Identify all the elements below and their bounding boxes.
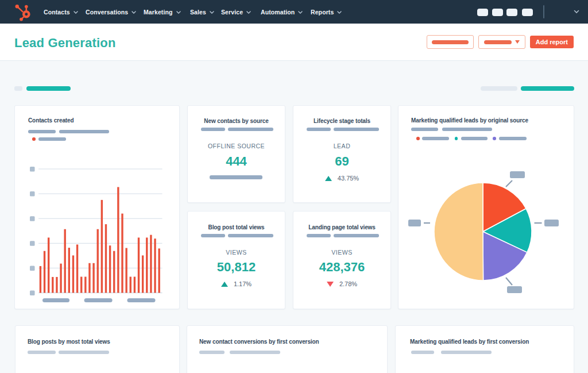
nav-item-marketing[interactable]: Marketing — [144, 0, 181, 24]
toolbar-placeholder-active — [521, 86, 574, 91]
nav-item-sales[interactable]: Sales — [190, 0, 214, 24]
toolbar-placeholder — [481, 86, 517, 91]
card-title: New contact conversions by first convers… — [199, 339, 319, 345]
subtitle-placeholder-bar — [201, 128, 225, 131]
top-navbar: Contacts Conversations Marketing Sales S… — [0, 0, 588, 24]
page-title: Lead Generation — [14, 37, 116, 49]
delta-value: 1.17% — [234, 280, 252, 287]
card-title: Lifecycle stage totals — [293, 118, 390, 124]
up-triangle-icon — [325, 176, 332, 181]
nav-item-automation[interactable]: Automation — [261, 0, 303, 24]
card-title: Blog post total views — [188, 224, 285, 230]
subtitle-placeholder-bar — [28, 351, 56, 354]
card-mql-by-original-source: Marketing qualified leads by original so… — [398, 105, 574, 309]
card-new-contacts-by-source: New contacts by source OFFLINE SOURCE 44… — [187, 105, 285, 203]
metric-value: 444 — [188, 155, 285, 168]
subtitle-placeholder-bar — [307, 128, 331, 131]
delta-value: 43.75% — [338, 175, 359, 182]
account-chevron-down-icon[interactable] — [574, 10, 579, 14]
chevron-down-icon — [74, 11, 78, 14]
subtitle-placeholder-bar — [59, 351, 109, 354]
chevron-down-icon — [246, 11, 251, 14]
chevron-down-icon — [298, 11, 303, 14]
breadcrumb-placeholder — [14, 86, 22, 91]
subtitle-placeholder-bar — [334, 234, 379, 237]
card-lifecycle-stage-totals: Lifecycle stage totals LEAD 69 43.75% — [293, 105, 391, 203]
metric-label: LEAD — [293, 143, 390, 149]
filter-placeholder-bar — [432, 40, 469, 44]
dropdown-caret-icon — [515, 40, 520, 44]
chevron-down-icon — [337, 11, 342, 14]
metric-label: VIEWS — [188, 249, 285, 256]
contacts-created-bar-chart — [15, 106, 180, 310]
nav-item-label: Reports — [311, 9, 334, 16]
nav-divider — [543, 5, 544, 18]
dashboard-filter-placeholder[interactable] — [427, 35, 474, 49]
subtitle-placeholder-bar — [411, 351, 434, 354]
nav-item-label: Service — [221, 9, 243, 16]
header-controls: Add report — [427, 35, 574, 49]
card-title: Blog posts by most total views — [28, 339, 110, 345]
chevron-down-icon — [131, 11, 136, 14]
subtitle-placeholder-bar — [228, 234, 273, 237]
delta-value: 2.78% — [339, 280, 357, 287]
breadcrumb-placeholder-active — [26, 86, 71, 91]
metric-value: 50,812 — [188, 261, 285, 274]
nav-item-label: Contacts — [44, 9, 70, 16]
metric-value: 69 — [293, 155, 390, 168]
card-title: Landing page total views — [293, 224, 390, 230]
mql-pie-chart — [399, 106, 575, 310]
dashboard-dropdown-placeholder[interactable] — [478, 35, 525, 49]
subtitle-placeholder-bar — [199, 351, 225, 354]
dropdown-placeholder-bar — [484, 40, 512, 44]
subtitle-placeholder-bar — [441, 351, 492, 354]
down-triangle-icon — [327, 282, 334, 287]
card-new-contact-conversions: New contact conversions by first convers… — [187, 325, 388, 373]
card-mql-by-first-conversion: Marketing qualified leads by first conve… — [395, 325, 574, 373]
page-header: Lead Generation Add report — [0, 24, 588, 61]
metric-value: 428,376 — [293, 261, 390, 274]
nav-item-reports[interactable]: Reports — [311, 0, 342, 24]
nav-item-label: Marketing — [144, 9, 173, 16]
nav-toolbar-placeholder[interactable] — [522, 9, 533, 16]
card-blog-post-total-views: Blog post total views VIEWS 50,812 1.17% — [187, 211, 285, 309]
card-title: Marketing qualified leads by first conve… — [410, 339, 529, 345]
subtitle-placeholder-bar — [334, 128, 379, 131]
nav-toolbar-placeholder[interactable] — [492, 9, 503, 16]
hubspot-logo-icon[interactable] — [15, 5, 30, 21]
subtitle-placeholder-bar — [307, 234, 331, 237]
subtitle-placeholder-bar — [230, 351, 280, 354]
nav-toolbar-placeholder[interactable] — [506, 9, 517, 16]
subtitle-placeholder-bar — [201, 234, 225, 237]
card-landing-page-total-views: Landing page total views VIEWS 428,376 2… — [293, 211, 391, 309]
card-contacts-created: Contacts created — [14, 105, 180, 309]
chevron-down-icon — [176, 11, 181, 14]
nav-item-contacts[interactable]: Contacts — [44, 0, 78, 24]
metric-delta: 1.17% — [188, 280, 285, 287]
subtitle-placeholder-bar — [228, 128, 273, 131]
nav-item-label: Automation — [261, 9, 295, 16]
metric-delta: 43.75% — [293, 175, 390, 182]
up-triangle-icon — [221, 282, 228, 287]
nav-item-label: Sales — [190, 9, 206, 16]
chevron-down-icon — [210, 11, 214, 14]
metric-delta: 2.78% — [293, 280, 390, 287]
add-report-button[interactable]: Add report — [530, 36, 574, 48]
nav-toolbar-placeholder[interactable] — [477, 9, 488, 16]
nav-item-service[interactable]: Service — [221, 0, 251, 24]
footer-placeholder-bar — [210, 175, 262, 179]
nav-item-label: Conversations — [86, 9, 128, 16]
nav-item-conversations[interactable]: Conversations — [86, 0, 136, 24]
metric-label: VIEWS — [293, 249, 390, 256]
metric-label: OFFLINE SOURCE — [188, 143, 285, 149]
card-blog-posts-by-most-total-views: Blog posts by most total views — [15, 325, 180, 373]
card-title: New contacts by source — [188, 118, 285, 124]
